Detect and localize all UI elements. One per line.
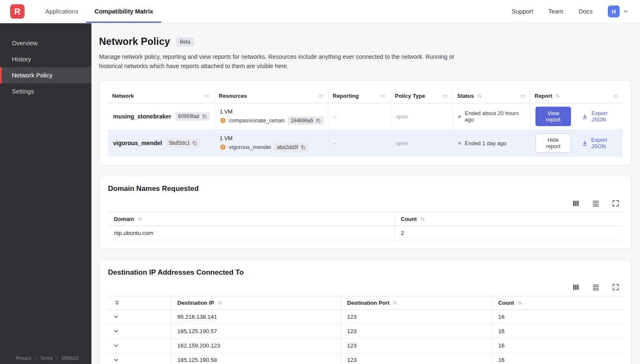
status-dot-icon [458,115,461,118]
export-json-button[interactable]: Export JSON [582,110,618,123]
destination-ip-cell: 95.216.138.141 [171,310,341,324]
sort-icon[interactable] [217,300,223,306]
network-name: musing_stonebraker [113,113,171,120]
network-table-row[interactable]: vigorous_mendel 5bdf3dc1 1 VM vigorous_m… [108,130,623,157]
column-header-count[interactable]: Count [395,212,623,226]
column-header-count[interactable]: Count [492,296,623,309]
column-header-reporting[interactable]: Reporting [328,89,391,103]
network-id: 5bdf3dc1 [169,140,190,146]
column-menu-icon[interactable] [204,93,210,99]
column-label: Report [535,93,552,99]
sort-icon[interactable] [137,216,143,222]
destination-ip-cell: 185.125.190.57 [171,324,341,338]
column-menu-icon[interactable] [318,93,324,99]
destination-table-row[interactable]: 185.125.190.57 123 16 [108,324,623,339]
column-menu-icon[interactable] [612,93,618,99]
sidebar-item-settings[interactable]: Settings [0,83,91,99]
domain-table-header: Domain Count [108,212,623,226]
copy-icon[interactable] [202,114,207,119]
export-json-button[interactable]: Export JSON [582,137,618,149]
nav-compatibility-matrix[interactable]: Compatibility Matrix [86,0,161,23]
row-density-icon[interactable] [592,200,599,207]
destination-table-row[interactable]: 162.159.200.123 123 16 [108,339,623,353]
download-icon [582,140,588,146]
view-report-button[interactable]: View report [535,107,571,126]
nav-docs[interactable]: Docs [579,8,593,15]
domain-table-row[interactable]: ntp.ubuntu.com 2 [108,226,623,240]
destination-ips-card: Destination IP Addresses Connected To De… [99,259,632,364]
column-header-expand-all[interactable] [108,296,171,309]
destination-port-cell: 123 [341,310,492,324]
hide-report-button[interactable]: Hide report [535,133,571,153]
terms-link[interactable]: Terms [40,356,53,361]
column-header-domain[interactable]: Domain [108,212,395,226]
row-expand-icon[interactable] [113,342,119,349]
copy-icon[interactable] [316,118,321,123]
top-navigation: R Applications Compatibility Matrix Supp… [0,0,640,23]
report-cell: Hide report Export JSON [530,130,623,156]
reporting-cell: – [328,103,391,130]
expand-all-rows-icon[interactable] [114,300,120,306]
column-label: Destination IP [177,300,214,306]
sort-icon[interactable] [477,93,482,99]
main-content: Network Policy Beta Manage network polic… [91,23,640,364]
nav-team[interactable]: Team [548,8,563,15]
column-header-report[interactable]: Report [530,89,623,103]
column-view-icon[interactable] [572,284,579,291]
account-menu[interactable]: H [608,6,629,17]
destination-port-cell: 123 [341,353,492,364]
column-menu-icon[interactable] [380,93,386,99]
column-label: Network [112,93,134,99]
network-table-row[interactable]: musing_stonebraker 60959fad 1 VM compass… [108,103,623,130]
row-expand-icon[interactable] [113,357,119,363]
count-cell: 16 [492,339,623,353]
fullscreen-icon[interactable] [612,284,619,291]
column-menu-icon[interactable] [520,93,526,99]
column-header-destination-port[interactable]: Destination Port [341,296,492,309]
sort-icon[interactable] [392,300,398,306]
column-view-icon[interactable] [572,200,579,207]
destination-table-row[interactable]: 185.125.190.58 123 16 [108,353,623,364]
reporting-cell: – [328,130,391,156]
status-cell: Ended about 20 hours ago [453,103,530,130]
network-id-badge: 60959fad [175,112,210,121]
destination-port-cell: 123 [341,324,492,338]
column-header-policy-type[interactable]: Policy Type [391,89,453,103]
column-header-status[interactable]: Status [453,89,530,103]
nav-support[interactable]: Support [512,8,533,15]
sort-icon[interactable] [555,93,560,99]
column-header-resources[interactable]: Resources [215,89,328,103]
networks-card: Network Resources Reporting Policy Type [99,80,632,165]
column-label: Destination Port [347,300,389,306]
network-id: 60959fad [178,113,199,119]
destination-table-row[interactable]: 95.216.138.141 123 16 [108,310,623,324]
sort-icon[interactable] [517,300,523,306]
column-header-destination-ip[interactable]: Destination IP [171,296,341,309]
sort-icon[interactable] [420,216,425,222]
sidebar-item-overview[interactable]: Overview [0,35,91,51]
nav-applications[interactable]: Applications [37,0,86,23]
resource-icon [220,117,226,124]
row-density-icon[interactable] [592,284,599,291]
copy-icon[interactable] [192,141,197,146]
beta-badge: Beta [176,37,194,47]
domain-names-card: Domain Names Requested Domain Count ntp.… [99,176,632,249]
copy-icon[interactable] [301,145,306,150]
sidebar-item-history[interactable]: History [0,51,91,67]
row-expand-icon[interactable] [113,314,119,320]
column-header-network[interactable]: Network [108,89,215,103]
column-menu-icon[interactable] [442,93,448,99]
fullscreen-icon[interactable] [612,200,619,207]
row-expand-icon[interactable] [113,328,119,334]
policy-type-cell: open [391,130,453,156]
resources-cell: 1 VM vigorous_mendel aba2dd3f [215,130,328,156]
column-label: Count [401,216,417,222]
avatar[interactable]: H [608,6,620,17]
destination-port-cell: 123 [341,339,492,353]
app-logo[interactable]: R [10,4,25,19]
count-cell: 16 [492,353,623,364]
privacy-link[interactable]: Privacy [16,356,31,361]
chevron-down-icon[interactable] [622,8,629,15]
count-cell: 16 [492,310,623,324]
sidebar-item-network-policy[interactable]: Network Policy [0,67,91,83]
